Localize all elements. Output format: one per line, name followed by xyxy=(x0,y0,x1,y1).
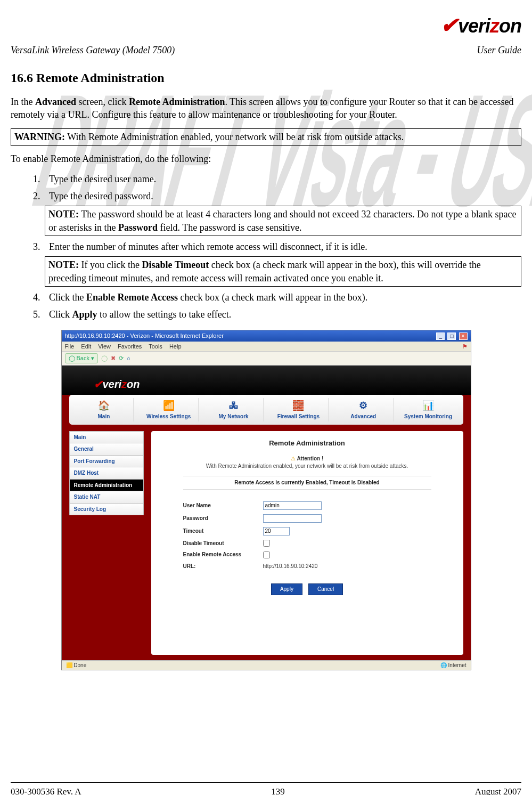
ie-titlebar: http://10.16.90.10:2420 - Verizon - Micr… xyxy=(62,330,471,342)
status-zone: 🌐 Internet xyxy=(440,662,466,669)
label-password: Password xyxy=(183,515,263,522)
maximize-icon[interactable]: □ xyxy=(447,332,456,340)
step-4: Click the Enable Remote Access check box… xyxy=(43,291,521,304)
nav-advanced[interactable]: ⚙Advanced xyxy=(334,398,394,421)
menu-view[interactable]: View xyxy=(98,343,111,350)
warning-label: WARNING: xyxy=(14,132,65,142)
content-panel: Remote Administration ⚠ Attention ! With… xyxy=(151,431,463,655)
router-logo: ✔verizon xyxy=(94,377,140,392)
ie-toolbar: ◯ Back ▾ ◯ ✖ ⟳ ⌂ xyxy=(62,352,471,366)
footer-left: 030-300536 Rev. A xyxy=(11,786,81,795)
nav-main[interactable]: 🏠Main xyxy=(75,398,134,421)
nav-wireless[interactable]: 📶Wireless Settings xyxy=(139,398,199,421)
logo-post: on xyxy=(499,15,521,37)
ie-menubar: File Edit View Favorites Tools Help ⚑ xyxy=(62,342,471,352)
username-input[interactable] xyxy=(263,501,322,510)
note-2-label: NOTE: xyxy=(48,259,79,270)
menu-edit[interactable]: Edit xyxy=(81,343,91,350)
url-value: http://10.16.90.10:2420 xyxy=(263,563,318,570)
stop-icon[interactable]: ✖ xyxy=(111,354,116,362)
section-title: 16.6 Remote Administration xyxy=(11,69,521,86)
back-label: Back xyxy=(77,354,89,362)
menu-tools[interactable]: Tools xyxy=(149,343,162,350)
step-3-text: Enter the number of minutes after which … xyxy=(49,241,367,252)
footer-center: 139 xyxy=(271,786,285,795)
nav-firewall[interactable]: 🧱Firewall Settings xyxy=(269,398,329,421)
menu-file[interactable]: File xyxy=(65,343,75,350)
ie-statusbar: 🟨 Done 🌐 Internet xyxy=(62,660,471,670)
apply-button[interactable]: Apply xyxy=(271,583,302,595)
logo-pre: veri xyxy=(458,15,490,37)
doc-title-right: User Guide xyxy=(477,44,522,56)
lead-text: To enable Remote Administration, do the … xyxy=(11,152,521,165)
nav-network[interactable]: 🖧My Network xyxy=(204,398,264,421)
network-icon: 🖧 xyxy=(226,399,241,412)
close-icon[interactable]: × xyxy=(459,332,468,340)
disable-timeout-checkbox[interactable] xyxy=(263,540,270,547)
status-done-label: Done xyxy=(73,662,86,668)
attention-body: With Remote Administration enabled, your… xyxy=(206,463,408,469)
sidebar: Main General Port Forwarding DMZ Host Re… xyxy=(69,431,144,655)
status-zone-label: Internet xyxy=(448,662,466,668)
menu-help[interactable]: Help xyxy=(169,343,182,350)
ie-title-text: http://10.16.90.10:2420 - Verizon - Micr… xyxy=(65,332,224,340)
footer-right: August 2007 xyxy=(475,786,521,795)
home-icon[interactable]: ⌂ xyxy=(127,354,130,362)
wireless-icon: 📶 xyxy=(161,399,176,412)
label-disable-timeout: Disable Timeout xyxy=(183,540,263,547)
intro-paragraph: In the Advanced screen, click Remote Adm… xyxy=(11,95,521,121)
status-line: Remote Access is currently Enabled, Time… xyxy=(183,476,431,490)
firewall-icon: 🧱 xyxy=(291,399,306,412)
advanced-icon: ⚙ xyxy=(356,399,371,412)
password-input[interactable] xyxy=(263,514,322,523)
nav-firewall-label: Firewall Settings xyxy=(277,413,320,420)
attention-heading: Attention ! xyxy=(297,456,323,461)
refresh-icon[interactable]: ⟳ xyxy=(119,354,124,362)
nav-wireless-label: Wireless Settings xyxy=(146,413,191,420)
step-3: Enter the number of minutes after which … xyxy=(43,240,521,287)
home-nav-icon: 🏠 xyxy=(96,399,111,412)
sidebar-item-general[interactable]: General xyxy=(69,443,144,455)
label-timeout: Timeout xyxy=(183,528,263,535)
attention-block: ⚠ Attention ! With Remote Administration… xyxy=(162,455,453,469)
step-1: Type the desired user name. xyxy=(43,173,521,185)
sidebar-item-remoteadmin[interactable]: Remote Administration xyxy=(69,479,144,491)
monitor-icon: 📊 xyxy=(421,399,436,412)
nav-system[interactable]: 📊System Monitoring xyxy=(399,398,458,421)
warning-icon: ⚠ xyxy=(291,456,296,461)
router-header: ✔verizon xyxy=(62,366,471,395)
label-url: URL: xyxy=(183,563,263,570)
timeout-input[interactable] xyxy=(263,527,290,536)
step-2: Type the desired password. NOTE: The pas… xyxy=(43,190,521,236)
doc-title-left: VersaLink Wireless Gateway (Model 7500) xyxy=(11,44,175,56)
nav-network-label: My Network xyxy=(219,413,249,420)
router-logo-pre: veri xyxy=(103,378,122,390)
note-1-label: NOTE: xyxy=(48,209,79,220)
step-2-text: Type the desired password. xyxy=(49,191,153,201)
nav-advanced-label: Advanced xyxy=(350,413,376,420)
label-username: User Name xyxy=(183,502,263,509)
warning-text: With Remote Administration enabled, your… xyxy=(65,132,404,142)
back-button[interactable]: ◯ Back ▾ xyxy=(65,353,98,363)
forward-button[interactable]: ◯ xyxy=(101,354,108,362)
label-enable-remote: Enable Remote Access xyxy=(183,551,263,558)
minimize-icon[interactable]: _ xyxy=(436,332,445,340)
menu-favorites[interactable]: Favorites xyxy=(118,343,142,350)
step-5: Click Apply to allow the settings to tak… xyxy=(43,308,521,321)
enable-remote-checkbox[interactable] xyxy=(263,551,270,558)
sidebar-item-staticnat[interactable]: Static NAT xyxy=(69,491,144,503)
status-done: 🟨 Done xyxy=(66,662,87,669)
router-navbar: 🏠Main 📶Wireless Settings 🖧My Network 🧱Fi… xyxy=(69,395,463,425)
verizon-logo: ✔verizon xyxy=(11,11,521,39)
sidebar-item-dmz[interactable]: DMZ Host xyxy=(69,467,144,479)
cancel-button[interactable]: Cancel xyxy=(308,583,343,595)
nav-system-label: System Monitoring xyxy=(404,413,452,420)
sidebar-item-main[interactable]: Main xyxy=(69,431,144,443)
ie-throbber-icon: ⚑ xyxy=(462,343,468,351)
ie-window: http://10.16.90.10:2420 - Verizon - Micr… xyxy=(61,330,471,671)
router-logo-post: on xyxy=(127,378,140,390)
warning-box: WARNING: With Remote Administration enab… xyxy=(11,128,521,145)
sidebar-item-portfwd[interactable]: Port Forwarding xyxy=(69,455,144,467)
note-2: NOTE: If you click the Disable Timeout c… xyxy=(45,256,521,287)
sidebar-item-seclog[interactable]: Security Log xyxy=(69,503,144,516)
